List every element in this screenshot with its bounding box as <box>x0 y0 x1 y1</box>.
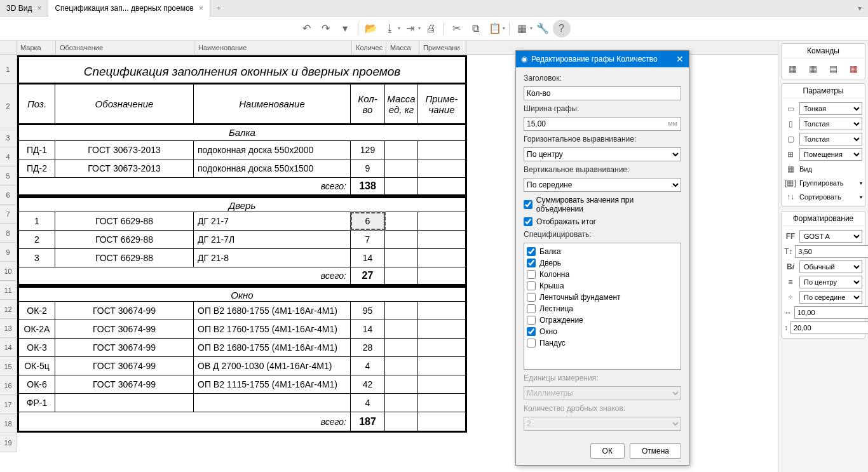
export-icon[interactable]: ⇥ <box>402 20 419 37</box>
list-item[interactable]: Ограждение <box>527 314 678 326</box>
table-cell[interactable]: 9 <box>351 159 385 177</box>
table-cell[interactable] <box>385 249 418 267</box>
list-item[interactable]: Колонна <box>527 269 678 280</box>
line-thick-select[interactable]: Толстая <box>799 118 862 130</box>
halign-select[interactable]: По центру <box>799 276 862 288</box>
rooms-select[interactable]: Помещения <box>799 148 862 161</box>
row-header[interactable]: 18 <box>0 414 16 433</box>
height-input[interactable] <box>790 321 868 334</box>
tab-specification[interactable]: Спецификация зап... дверных проемов× <box>48 0 210 17</box>
table-cell[interactable]: ПД-2 <box>19 159 55 177</box>
table-cell[interactable]: 4 <box>351 394 385 412</box>
table-cell[interactable] <box>385 141 418 159</box>
list-item[interactable]: Балка <box>527 246 678 257</box>
table-cell[interactable]: 7 <box>351 231 385 248</box>
help-icon[interactable]: ? <box>553 20 571 37</box>
listbox-specify[interactable]: БалкаДверьКолоннаКрышаЛенточный фундамен… <box>524 243 681 370</box>
table-cell[interactable] <box>385 212 418 230</box>
table-cell[interactable]: ГОСТ 6629-88 <box>55 249 194 267</box>
history-dropdown-icon[interactable]: ▾ <box>336 20 354 37</box>
table-row[interactable]: ОК-3ГОСТ 30674-99ОП В2 1680-1755 (4М1-16… <box>19 339 465 357</box>
cmd-icon-2[interactable]: ▦ <box>806 61 821 76</box>
table-row[interactable]: 3ГОСТ 6629-88ДГ 21-814 <box>19 249 465 267</box>
close-icon[interactable]: ✕ <box>676 54 684 64</box>
undo-icon[interactable]: ↶ <box>298 20 316 37</box>
table-cell[interactable] <box>418 357 465 375</box>
table-cell[interactable] <box>385 357 418 375</box>
col-header[interactable]: Примечани <box>419 41 466 54</box>
table-cell[interactable]: ОК-2А <box>19 320 55 338</box>
table-cell[interactable] <box>418 249 465 267</box>
cmd-icon-3[interactable]: ▤ <box>825 61 841 76</box>
row-header[interactable]: 11 <box>0 281 16 300</box>
size-input[interactable] <box>795 245 868 258</box>
table-cell[interactable]: ПД-1 <box>19 141 55 159</box>
table-cell[interactable] <box>418 394 465 412</box>
row-header[interactable]: 14 <box>0 338 16 357</box>
table-cell[interactable] <box>55 394 194 412</box>
table-cell[interactable]: ОК-6 <box>19 375 55 393</box>
table-cell[interactable] <box>385 231 418 248</box>
print-icon[interactable]: 🖨 <box>422 20 440 37</box>
table-cell[interactable] <box>418 302 465 320</box>
row-header[interactable]: 10 <box>0 262 16 281</box>
table-cell[interactable]: ОК-5ц <box>19 357 55 375</box>
table-cell[interactable]: ОП В2 1680-1755 (4М1-16Аг-4М1) <box>194 339 351 356</box>
list-item[interactable]: Пандус <box>527 337 678 349</box>
col-header[interactable]: Обозначение <box>56 41 194 54</box>
wrench-icon[interactable]: 🔧 <box>534 20 552 37</box>
table-cell[interactable]: подоконная доска 550х2000 <box>194 141 351 159</box>
select-valign[interactable]: По середине <box>524 178 681 192</box>
paste-icon[interactable]: 📋 <box>486 20 504 37</box>
list-item[interactable]: Дверь <box>527 257 678 269</box>
table-cell[interactable] <box>385 320 418 338</box>
row-header[interactable]: 13 <box>0 319 16 338</box>
row-header[interactable]: 6 <box>0 185 16 205</box>
width-input[interactable] <box>794 306 868 319</box>
row-header[interactable]: 16 <box>0 376 16 395</box>
cut-icon[interactable]: ✂ <box>448 20 466 37</box>
list-item[interactable]: Лестница <box>527 303 678 314</box>
table-cell[interactable]: ОП В2 1680-1755 (4М1-16Аг-4М1) <box>194 302 351 320</box>
table-cell[interactable]: ГОСТ 30674-99 <box>55 320 194 338</box>
tab-menu-icon[interactable]: ▾ <box>851 4 868 13</box>
table-cell[interactable]: 6 <box>351 212 385 230</box>
dialog-titlebar[interactable]: ◉ Редактирование графы Количество ✕ <box>516 51 689 67</box>
table-cell[interactable] <box>385 302 418 320</box>
table-cell[interactable] <box>385 339 418 356</box>
check-total[interactable]: Отображать итог <box>524 217 681 226</box>
table-row[interactable]: ОК-5цГОСТ 30674-99ОВ Д 2700-1030 (4М1-16… <box>19 357 465 375</box>
table-cell[interactable] <box>418 339 465 356</box>
cancel-button[interactable]: Отмена <box>630 443 681 459</box>
table-cell[interactable] <box>385 159 418 177</box>
table-cell[interactable]: 14 <box>351 320 385 338</box>
close-icon[interactable]: × <box>37 4 41 13</box>
save-icon[interactable]: ⭳ <box>381 20 399 37</box>
redo-icon[interactable]: ↷ <box>317 20 335 37</box>
table-cell[interactable]: ГОСТ 30673-2013 <box>55 159 194 177</box>
table-cell[interactable]: ДГ 21-7 <box>194 212 351 230</box>
table-cell[interactable]: ОК-3 <box>19 339 55 356</box>
table-cell[interactable]: ГОСТ 6629-88 <box>55 231 194 248</box>
tab-3d-view[interactable]: 3D Вид× <box>0 0 48 17</box>
close-icon[interactable]: × <box>199 4 203 13</box>
table-row[interactable]: ПД-2ГОСТ 30673-2013подоконная доска 550х… <box>19 159 465 178</box>
table-cell[interactable]: ГОСТ 30674-99 <box>55 375 194 393</box>
table-cell[interactable]: ОК-2 <box>19 302 55 320</box>
table-row[interactable]: ПД-1ГОСТ 30673-2013подоконная доска 550х… <box>19 141 465 159</box>
view-label[interactable]: Вид <box>799 165 862 173</box>
row-header[interactable]: 9 <box>0 243 16 262</box>
sort-label[interactable]: Сортировать <box>799 193 857 201</box>
col-header[interactable]: Количес <box>352 41 386 54</box>
table-row[interactable]: ОК-2ГОСТ 30674-99ОП В2 1680-1755 (4М1-16… <box>19 302 465 320</box>
row-header[interactable]: 5 <box>0 166 16 185</box>
row-header[interactable]: 15 <box>0 357 16 376</box>
table-cell[interactable] <box>418 159 465 177</box>
col-header[interactable]: Марка <box>17 41 56 54</box>
table-cell[interactable]: подоконная доска 550х1500 <box>194 159 351 177</box>
table-cell[interactable] <box>385 394 418 412</box>
table-cell[interactable] <box>194 394 351 412</box>
group-label[interactable]: Группировать <box>799 179 857 187</box>
table-cell[interactable]: ОП В2 1760-1755 (4М1-16Аг-4М1) <box>194 320 351 338</box>
table-cell[interactable] <box>418 212 465 230</box>
